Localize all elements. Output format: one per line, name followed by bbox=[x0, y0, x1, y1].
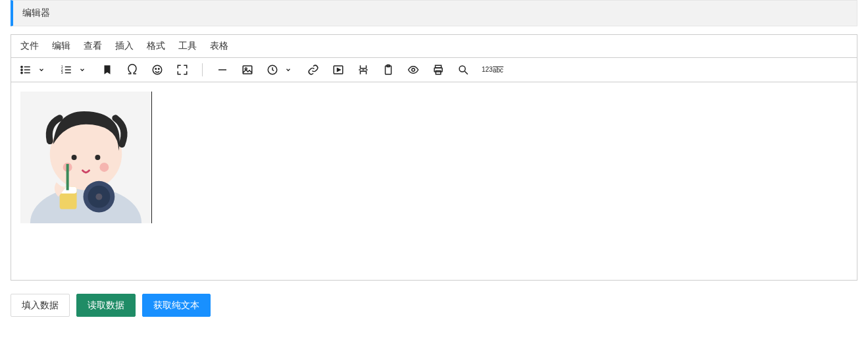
get-plain-text-button[interactable]: 获取纯文本 bbox=[142, 294, 211, 317]
panel-title: 编辑器 bbox=[11, 0, 857, 26]
menu-edit[interactable]: 编辑 bbox=[52, 40, 70, 52]
panel-title-text: 编辑器 bbox=[22, 7, 50, 18]
chevron-down-icon bbox=[76, 63, 89, 76]
emoji-icon[interactable] bbox=[151, 63, 164, 76]
page-break-icon[interactable] bbox=[357, 63, 370, 76]
toolbar-separator bbox=[202, 63, 203, 76]
svg-line-31 bbox=[465, 71, 468, 74]
svg-rect-44 bbox=[66, 164, 69, 190]
video-icon[interactable] bbox=[332, 63, 345, 76]
bullet-list-icon bbox=[19, 63, 32, 76]
svg-point-38 bbox=[99, 163, 109, 172]
editor-content[interactable] bbox=[11, 82, 857, 280]
svg-point-35 bbox=[72, 155, 77, 160]
svg-point-30 bbox=[459, 66, 465, 72]
read-data-button[interactable]: 读取数据 bbox=[76, 294, 136, 317]
numbered-list-icon: 123 bbox=[60, 63, 73, 76]
editor-container: 文件 编辑 查看 插入 格式 工具 表格 123 bbox=[11, 34, 857, 281]
fill-data-button[interactable]: 填入数据 bbox=[11, 294, 70, 317]
menu-view[interactable]: 查看 bbox=[84, 40, 102, 52]
find-replace-icon[interactable]: 123 abc bbox=[482, 63, 503, 76]
find-replace-bot: abc bbox=[493, 67, 503, 74]
datetime-dropdown[interactable] bbox=[266, 63, 295, 76]
svg-point-13 bbox=[155, 68, 157, 70]
bookmark-icon[interactable] bbox=[101, 63, 114, 76]
svg-point-4 bbox=[21, 72, 22, 73]
search-icon[interactable] bbox=[457, 63, 470, 76]
svg-point-12 bbox=[153, 65, 162, 74]
preview-icon[interactable] bbox=[407, 63, 420, 76]
footer-buttons: 填入数据 读取数据 获取纯文本 bbox=[11, 294, 857, 317]
menu-table[interactable]: 表格 bbox=[210, 40, 228, 52]
chevron-down-icon bbox=[35, 63, 48, 76]
menu-format[interactable]: 格式 bbox=[147, 40, 165, 52]
image-icon[interactable] bbox=[241, 63, 254, 76]
svg-marker-20 bbox=[338, 68, 341, 72]
svg-point-14 bbox=[159, 68, 160, 70]
svg-text:3: 3 bbox=[61, 70, 63, 74]
horizontal-rule-icon[interactable] bbox=[216, 63, 229, 76]
svg-point-41 bbox=[95, 194, 102, 200]
menu-insert[interactable]: 插入 bbox=[115, 40, 134, 52]
bullet-list-dropdown[interactable] bbox=[19, 63, 48, 76]
paste-icon[interactable] bbox=[382, 63, 395, 76]
link-icon[interactable] bbox=[307, 63, 320, 76]
fullscreen-icon[interactable] bbox=[176, 63, 189, 76]
svg-rect-16 bbox=[243, 66, 252, 74]
find-replace-top: 123 bbox=[482, 67, 493, 73]
clock-icon bbox=[266, 63, 279, 76]
toolbar: 123 bbox=[11, 58, 857, 82]
chevron-down-icon bbox=[282, 63, 295, 76]
omega-icon[interactable] bbox=[126, 63, 139, 76]
print-icon[interactable] bbox=[432, 63, 445, 76]
svg-point-26 bbox=[412, 68, 415, 72]
svg-point-36 bbox=[95, 155, 100, 160]
content-image[interactable] bbox=[20, 92, 152, 223]
numbered-list-dropdown[interactable]: 123 bbox=[60, 63, 89, 76]
menu-tools[interactable]: 工具 bbox=[178, 40, 197, 52]
menubar: 文件 编辑 查看 插入 格式 工具 表格 bbox=[11, 35, 857, 58]
svg-point-2 bbox=[21, 69, 22, 70]
menu-file[interactable]: 文件 bbox=[20, 40, 39, 52]
svg-point-0 bbox=[21, 66, 22, 67]
